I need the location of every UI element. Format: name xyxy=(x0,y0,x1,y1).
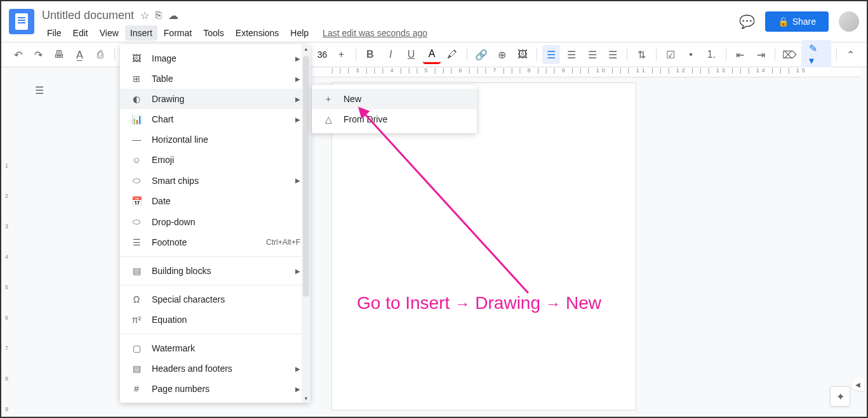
docs-logo[interactable] xyxy=(9,9,34,34)
lock-icon: 🔒 xyxy=(778,16,789,27)
insert-footnote[interactable]: ☰ Footnote Ctrl+Alt+F xyxy=(120,232,310,252)
doc-title[interactable]: Untitled document xyxy=(42,9,134,22)
cloud-icon[interactable]: ☁ xyxy=(168,10,178,22)
insert-headers-footers[interactable]: ▤ Headers and footers ▶ xyxy=(120,358,310,379)
align-center-button[interactable]: ☰ xyxy=(563,45,580,64)
chevron-right-icon: ▶ xyxy=(295,75,300,82)
comment-button[interactable]: ⊕ xyxy=(493,45,511,64)
bullet-list-button[interactable]: • xyxy=(682,45,700,64)
number-list-button[interactable]: 1. xyxy=(702,45,720,64)
pagenum-icon: # xyxy=(130,384,143,394)
user-avatar[interactable] xyxy=(839,11,859,32)
last-edit[interactable]: Last edit was seconds ago xyxy=(323,28,427,38)
redo-button[interactable]: ↷ xyxy=(29,45,47,64)
menu-insert[interactable]: Insert xyxy=(125,25,157,41)
explore-button[interactable]: ✦ xyxy=(830,386,850,407)
scroll-up-icon[interactable]: ▲ xyxy=(302,44,310,53)
insert-date[interactable]: 📅 Date xyxy=(120,191,310,211)
share-button[interactable]: 🔒 Share xyxy=(765,11,829,32)
paint-format-button[interactable]: ⎙ xyxy=(91,45,109,64)
align-justify-button[interactable]: ☰ xyxy=(604,45,622,64)
bold-button[interactable]: B xyxy=(361,45,379,64)
italic-button[interactable]: I xyxy=(382,45,399,64)
menu-tools[interactable]: Tools xyxy=(198,25,229,41)
font-size[interactable]: 36 xyxy=(315,49,330,60)
pi-icon: π² xyxy=(130,315,143,325)
footnote-icon: ☰ xyxy=(130,237,143,247)
print-button[interactable]: 🖶 xyxy=(50,45,68,64)
insert-chart[interactable]: 📊 Chart ▶ xyxy=(120,109,310,129)
insert-special-chars[interactable]: Ω Special characters xyxy=(120,289,310,310)
menu-file[interactable]: File xyxy=(42,25,67,41)
insert-smart-chips[interactable]: ⬭ Smart chips ▶ xyxy=(120,170,310,191)
align-right-button[interactable]: ☰ xyxy=(583,45,601,64)
vertical-ruler: 1 2 3 4 5 6 7 8 9 10 xyxy=(4,143,13,410)
insert-dropdown[interactable]: ⬭ Drop-down xyxy=(120,211,310,232)
insert-table[interactable]: ⊞ Table ▶ xyxy=(120,69,310,89)
star-icon[interactable]: ☆ xyxy=(140,10,149,22)
expand-button[interactable]: ⌃ xyxy=(842,45,859,64)
plus-icon: + xyxy=(322,94,335,104)
font-size-increase[interactable]: + xyxy=(332,45,350,64)
insert-image[interactable]: 🖼 Image ▶ xyxy=(120,48,310,69)
editing-mode-button[interactable]: ✎ ▾ xyxy=(801,40,831,69)
watermark-icon: ▢ xyxy=(130,343,143,353)
drive-icon: △ xyxy=(322,114,335,124)
chevron-right-icon: ▶ xyxy=(295,386,300,393)
chart-icon: 📊 xyxy=(130,114,143,124)
underline-button[interactable]: U xyxy=(402,45,420,64)
menu-view[interactable]: View xyxy=(95,25,124,41)
menu-bar: File Edit View Insert Format Tools Exten… xyxy=(42,24,739,42)
image-icon: 🖼 xyxy=(130,53,143,63)
header: Untitled document ☆ ⎘ ☁ File Edit View I… xyxy=(1,1,867,42)
headers-icon: ▤ xyxy=(130,363,143,374)
scroll-down-icon[interactable]: ▼ xyxy=(302,394,310,403)
date-icon: 📅 xyxy=(130,196,143,206)
undo-button[interactable]: ↶ xyxy=(9,45,27,64)
menu-extensions[interactable]: Extensions xyxy=(230,25,284,41)
chevron-right-icon: ▶ xyxy=(295,55,300,62)
dropdown-scrollbar[interactable]: ▲ ▼ xyxy=(302,44,310,403)
header-right: 💬 🔒 Share xyxy=(739,6,859,32)
menu-help[interactable]: Help xyxy=(285,25,314,41)
menu-edit[interactable]: Edit xyxy=(68,25,93,41)
chevron-right-icon: ▶ xyxy=(295,177,300,184)
drawing-from-drive[interactable]: △ From Drive xyxy=(312,109,477,129)
comments-icon[interactable]: 💬 xyxy=(739,14,755,29)
drawing-submenu: + New △ From Drive xyxy=(312,85,477,133)
side-panel-toggle[interactable]: ◀ xyxy=(851,378,864,391)
drawing-new[interactable]: + New xyxy=(312,89,477,109)
insert-dropdown: 🖼 Image ▶ ⊞ Table ▶ ◐ Drawing ▶ 📊 Chart … xyxy=(120,44,310,403)
chevron-right-icon: ▶ xyxy=(295,116,300,123)
insert-emoji[interactable]: ☺ Emoji xyxy=(120,150,310,170)
insert-equation[interactable]: π² Equation xyxy=(120,310,310,330)
scrollbar-thumb[interactable] xyxy=(303,56,309,297)
table-icon: ⊞ xyxy=(130,74,143,84)
align-left-button[interactable]: ☰ xyxy=(542,45,560,64)
move-icon[interactable]: ⎘ xyxy=(156,10,162,21)
insert-page-numbers[interactable]: # Page numbers ▶ xyxy=(120,379,310,399)
insert-drawing[interactable]: ◐ Drawing ▶ xyxy=(120,89,310,109)
indent-decrease-button[interactable]: ⇤ xyxy=(731,45,749,64)
doc-info: Untitled document ☆ ⎘ ☁ File Edit View I… xyxy=(42,6,739,42)
text-color-button[interactable]: A xyxy=(423,45,441,64)
line-spacing-button[interactable]: ⇅ xyxy=(632,45,650,64)
insert-hline[interactable]: — Horizontal line xyxy=(120,129,310,150)
link-button[interactable]: 🔗 xyxy=(472,45,490,64)
chevron-right-icon: ▶ xyxy=(295,268,300,275)
clear-format-button[interactable]: ⌦ xyxy=(780,45,798,64)
outline-button[interactable]: ☰ xyxy=(27,77,52,103)
image-button[interactable]: 🖼 xyxy=(513,45,531,64)
share-label: Share xyxy=(792,16,816,27)
drawing-icon: ◐ xyxy=(130,94,143,104)
indent-increase-button[interactable]: ⇥ xyxy=(752,45,770,64)
insert-watermark[interactable]: ▢ Watermark xyxy=(120,338,310,358)
omega-icon: Ω xyxy=(130,294,143,304)
menu-format[interactable]: Format xyxy=(159,25,197,41)
insert-building-blocks[interactable]: ▤ Building blocks ▶ xyxy=(120,261,310,281)
dropdown-icon: ⬭ xyxy=(130,216,143,227)
highlight-button[interactable]: 🖍 xyxy=(443,45,461,64)
emoji-icon: ☺ xyxy=(130,155,143,165)
checklist-button[interactable]: ☑ xyxy=(662,45,679,64)
spellcheck-button[interactable]: A̲ xyxy=(70,45,88,64)
